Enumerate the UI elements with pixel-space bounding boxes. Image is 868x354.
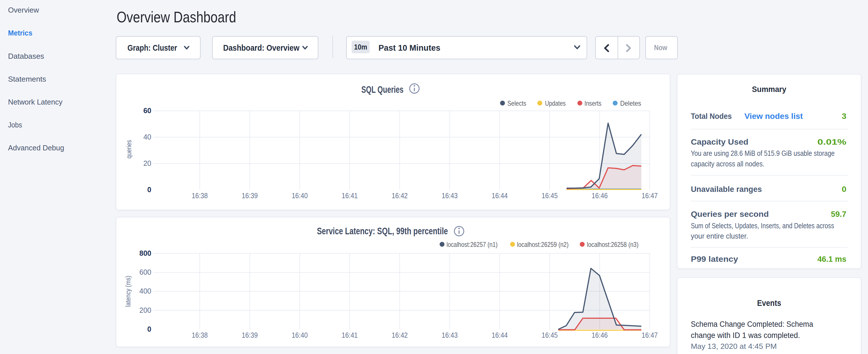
svg-text:0: 0	[147, 325, 151, 333]
svg-text:localhost:26258 (n3): localhost:26258 (n3)	[587, 240, 639, 248]
svg-text:46.1 ms: 46.1 ms	[817, 255, 846, 263]
svg-text:600: 600	[139, 268, 151, 276]
svg-text:Dashboard: Overview: Dashboard: Overview	[223, 43, 300, 53]
svg-text:16:39: 16:39	[242, 331, 258, 339]
svg-text:Inserts: Inserts	[584, 99, 601, 107]
svg-text:16:38: 16:38	[192, 192, 208, 200]
svg-text:P99 latency: P99 latency	[691, 255, 738, 263]
svg-text:800: 800	[139, 249, 151, 257]
svg-text:Metrics: Metrics	[8, 29, 32, 37]
svg-text:capacity across all nodes.: capacity across all nodes.	[691, 160, 765, 168]
svg-text:16:47: 16:47	[642, 331, 658, 339]
svg-text:queries: queries	[125, 140, 133, 159]
svg-text:Total Nodes: Total Nodes	[691, 112, 732, 121]
svg-text:Service Latency: SQL, 99th per: Service Latency: SQL, 99th percentile	[317, 225, 448, 236]
svg-text:16:42: 16:42	[392, 192, 408, 200]
svg-text:10m: 10m	[354, 43, 367, 51]
svg-text:your entire cluster.: your entire cluster.	[691, 232, 748, 240]
svg-text:Overview Dashboard: Overview Dashboard	[117, 8, 236, 26]
svg-text:Graph: Cluster: Graph: Cluster	[127, 43, 177, 53]
svg-text:Databases: Databases	[8, 52, 44, 60]
svg-text:16:39: 16:39	[242, 192, 258, 200]
svg-text:59.7: 59.7	[831, 210, 846, 219]
svg-text:Selects: Selects	[507, 99, 526, 107]
svg-text:0.01%: 0.01%	[817, 137, 846, 147]
svg-text:16:43: 16:43	[442, 192, 458, 200]
svg-text:16:44: 16:44	[492, 192, 508, 200]
svg-text:You are using 28.6 MiB of 515.: You are using 28.6 MiB of 515.9 GiB usab…	[691, 149, 835, 158]
svg-text:16:47: 16:47	[642, 192, 658, 200]
svg-text:View nodes list: View nodes list	[744, 112, 803, 121]
svg-text:Unavailable ranges: Unavailable ranges	[691, 185, 762, 194]
svg-text:200: 200	[139, 306, 151, 314]
svg-text:16:40: 16:40	[292, 192, 308, 200]
svg-text:16:41: 16:41	[342, 331, 358, 339]
svg-text:Events: Events	[757, 298, 781, 308]
svg-text:16:38: 16:38	[192, 331, 208, 339]
svg-text:40: 40	[143, 133, 151, 141]
svg-text:May 13, 2020 at 4:45 PM: May 13, 2020 at 4:45 PM	[691, 342, 777, 351]
svg-text:Advanced Debug: Advanced Debug	[8, 143, 64, 152]
svg-text:16:42: 16:42	[392, 331, 408, 339]
svg-text:Queries per second: Queries per second	[691, 210, 769, 219]
svg-text:Updates: Updates	[545, 99, 566, 107]
svg-text:Schema Change Completed: Schem: Schema Change Completed: Schema	[691, 320, 813, 328]
svg-text:16:45: 16:45	[541, 192, 558, 200]
svg-text:localhost:26259 (n2): localhost:26259 (n2)	[517, 240, 568, 248]
svg-text:16:40: 16:40	[292, 331, 308, 339]
svg-text:latency (ms): latency (ms)	[124, 276, 132, 307]
svg-text:SQL Queries: SQL Queries	[361, 84, 403, 95]
svg-text:16:46: 16:46	[592, 192, 608, 200]
svg-text:Deletes: Deletes	[620, 99, 641, 107]
svg-text:60: 60	[143, 106, 151, 115]
svg-text:Capacity Used: Capacity Used	[691, 137, 748, 147]
svg-text:400: 400	[139, 287, 151, 295]
svg-text:Past 10 Minutes: Past 10 Minutes	[378, 43, 440, 53]
svg-text:Overview: Overview	[8, 6, 39, 14]
svg-text:localhost:26257 (n1): localhost:26257 (n1)	[446, 240, 497, 248]
svg-text:16:44: 16:44	[492, 331, 508, 339]
svg-text:0: 0	[842, 185, 846, 194]
svg-text:16:43: 16:43	[442, 331, 458, 339]
svg-text:16:45: 16:45	[541, 331, 558, 339]
svg-text:Jobs: Jobs	[8, 121, 22, 129]
svg-text:Now: Now	[654, 43, 668, 52]
svg-text:Statements: Statements	[8, 75, 46, 83]
svg-text:Summary: Summary	[752, 85, 786, 94]
svg-text:16:46: 16:46	[592, 331, 608, 339]
svg-text:0: 0	[147, 186, 151, 194]
svg-text:Sum of Selects, Updates, Inser: Sum of Selects, Updates, Inserts, and De…	[691, 221, 834, 230]
svg-text:Network Latency: Network Latency	[8, 98, 62, 106]
svg-text:16:41: 16:41	[342, 192, 358, 200]
svg-text:change with ID 1 was completed: change with ID 1 was completed.	[691, 331, 800, 340]
svg-text:20: 20	[143, 159, 151, 167]
svg-text:3: 3	[842, 112, 846, 121]
